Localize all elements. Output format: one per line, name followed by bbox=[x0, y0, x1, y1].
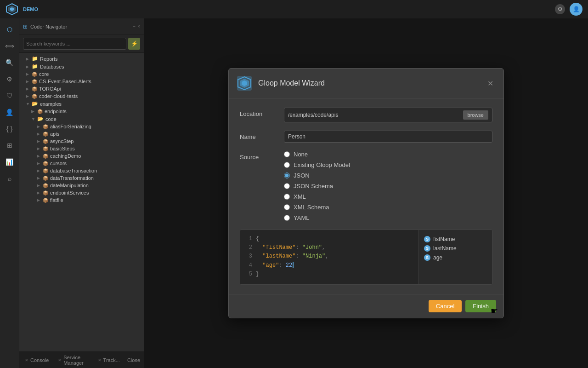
tracker-tab[interactable]: ✕ Track... bbox=[96, 356, 122, 364]
json-editor[interactable]: 1 { 2 "fistName": "John", 3 bbox=[240, 230, 418, 284]
service-manager-tab[interactable]: ✕ Service Manager bbox=[56, 354, 90, 367]
cancel-button[interactable]: Cancel bbox=[429, 300, 462, 312]
tree-item-endpointservices[interactable]: ▶ 📦 endpointServices bbox=[19, 189, 144, 196]
package-icon: 📦 bbox=[43, 190, 48, 196]
settings-icon[interactable]: ⚙ bbox=[555, 4, 565, 14]
finish-button[interactable]: Finish bbox=[465, 300, 496, 312]
tree-item-core[interactable]: ▶ 📦 core bbox=[19, 70, 144, 78]
tree-item-label: Reports bbox=[40, 56, 58, 62]
panel-close-btn[interactable]: × bbox=[137, 24, 140, 29]
radio-xml-schema[interactable]: XML Schema bbox=[284, 204, 492, 211]
json-line-1: 1 { bbox=[245, 235, 413, 243]
arrow-icon: ▼ bbox=[31, 117, 36, 121]
tree-item-datemanip[interactable]: ▶ 📦 dateManipulation bbox=[19, 182, 144, 189]
folder-open-icon: 📂 bbox=[37, 116, 44, 122]
tree-item-apis[interactable]: ▶ 📦 apis bbox=[19, 130, 144, 138]
radio-yaml[interactable]: YAML bbox=[284, 214, 492, 221]
tracker-close-icon[interactable]: ✕ bbox=[98, 358, 102, 362]
search-input[interactable] bbox=[23, 38, 126, 50]
console-tab[interactable]: ✕ Console bbox=[23, 356, 51, 364]
tree-item-label: TOROApi bbox=[39, 86, 61, 92]
tree-item-label: databaseTransaction bbox=[50, 168, 97, 173]
package-icon: 📦 bbox=[43, 154, 48, 159]
tree-item-flatfile[interactable]: ▶ 📦 flatfile bbox=[19, 196, 144, 204]
sidebar-icon-chart[interactable]: 📊 bbox=[2, 155, 17, 169]
radio-json[interactable]: JSON bbox=[284, 172, 492, 179]
tree-item-alias[interactable]: ▶ 📦 aliasForSerializing bbox=[19, 123, 144, 130]
arrow-icon: ▶ bbox=[37, 154, 41, 158]
tree-item-cursors[interactable]: ▶ 📦 cursors bbox=[19, 160, 144, 167]
tree-content: ▶ 📁 Reports ▶ 📁 Databases ▶ 📦 core ▶ 📦 bbox=[19, 53, 144, 351]
arrow-icon: ▶ bbox=[37, 139, 41, 144]
package-icon: 📦 bbox=[43, 161, 48, 166]
tree-item-reports[interactable]: ▶ 📁 Reports bbox=[19, 55, 144, 63]
tree-item-examples[interactable]: ▼ 📂 examples bbox=[19, 100, 144, 108]
tree-item-asyncstep[interactable]: ▶ 📦 asyncStep bbox=[19, 138, 144, 145]
top-bar-right: ⚙ 👤 bbox=[555, 3, 582, 16]
tree-item-toroapi[interactable]: ▶ 📦 TOROApi bbox=[19, 85, 144, 92]
tree-item-label: coder-cloud-tests bbox=[39, 93, 78, 99]
arrow-icon: ▶ bbox=[37, 168, 41, 173]
search-button[interactable]: ⚡ bbox=[128, 38, 140, 50]
browse-button[interactable]: browse bbox=[463, 110, 488, 120]
name-label: Name bbox=[240, 131, 277, 140]
bottom-close-btn[interactable]: Close bbox=[127, 357, 140, 363]
dialog-close-btn[interactable]: ✕ bbox=[485, 78, 496, 89]
console-close-icon[interactable]: ✕ bbox=[25, 358, 28, 362]
navigator-icon: ⊞ bbox=[23, 23, 28, 30]
source-control: None Existing Gloop Model JSON bbox=[284, 151, 492, 221]
sidebar-icon-nav[interactable]: ⟺ bbox=[2, 39, 17, 53]
tree-item-datatransform[interactable]: ▶ 📦 dataTransformation bbox=[19, 174, 144, 182]
tree-item-label: Databases bbox=[40, 64, 64, 69]
sidebar-icon-code[interactable]: { } bbox=[2, 121, 17, 136]
tree-item-cachingdemo[interactable]: ▶ 📦 cachingDemo bbox=[19, 152, 144, 160]
location-input-container: /examples/code/apis browse bbox=[284, 108, 492, 122]
sidebar-icon-grid[interactable]: ⊞ bbox=[2, 138, 17, 153]
field-type-icon: S bbox=[424, 245, 430, 252]
tree-item-dbtransaction[interactable]: ▶ 📦 databaseTransaction bbox=[19, 167, 144, 174]
dialog-title: Gloop Model Wizard bbox=[258, 79, 479, 87]
name-input[interactable] bbox=[284, 131, 492, 143]
tree-item-basicsteps[interactable]: ▶ 📦 basicSteps bbox=[19, 145, 144, 152]
package-icon: 📦 bbox=[43, 183, 48, 188]
arrow-icon: ▶ bbox=[26, 86, 30, 91]
radio-yaml-label: YAML bbox=[294, 214, 309, 221]
arrow-icon: ▶ bbox=[37, 132, 41, 136]
tree-item-coder-cloud[interactable]: ▶ 📦 coder-cloud-tests bbox=[19, 92, 144, 100]
package-icon: 📦 bbox=[43, 132, 48, 137]
app-title: DEMO bbox=[23, 6, 38, 12]
sidebar-icon-search[interactable]: 🔍 bbox=[2, 55, 17, 70]
package-icon: 📦 bbox=[32, 94, 37, 99]
radio-json-schema-label: JSON Schema bbox=[294, 183, 333, 190]
sidebar-icon-magnify[interactable]: ⌕ bbox=[2, 171, 17, 186]
radio-none[interactable]: None bbox=[284, 151, 492, 158]
field-name: fistName bbox=[433, 236, 455, 242]
tree-item-cs-event[interactable]: ▶ 📦 CS-Event-Based-Alerts bbox=[19, 78, 144, 85]
tree-item-endpoints[interactable]: ▶ 📦 endpoints bbox=[19, 108, 144, 115]
bottom-panel: ✕ Console ✕ Service Manager ✕ Track... C… bbox=[19, 351, 144, 368]
location-label: Location bbox=[240, 108, 277, 117]
radio-existing[interactable]: Existing Gloop Model bbox=[284, 161, 492, 168]
location-row: Location /examples/code/apis browse bbox=[240, 108, 492, 122]
sidebar-icon-settings[interactable]: ⚙ bbox=[2, 72, 17, 86]
tree-item-databases[interactable]: ▶ 📁 Databases bbox=[19, 63, 144, 70]
service-close-icon[interactable]: ✕ bbox=[58, 358, 62, 362]
tree-item-label: basicSteps bbox=[50, 146, 75, 151]
package-icon: 📦 bbox=[43, 176, 48, 181]
radio-json-schema[interactable]: JSON Schema bbox=[284, 183, 492, 190]
sidebar-icon-user[interactable]: 👤 bbox=[2, 105, 17, 120]
user-avatar[interactable]: 👤 bbox=[570, 3, 582, 16]
sidebar-icon-security[interactable]: 🛡 bbox=[2, 88, 17, 103]
name-control bbox=[284, 131, 492, 143]
app-branding: DEMO bbox=[6, 3, 38, 16]
arrow-icon: ▶ bbox=[31, 109, 36, 114]
sidebar-icon-home[interactable]: ⬡ bbox=[2, 22, 17, 37]
tree-item-code[interactable]: ▼ 📂 code bbox=[19, 115, 144, 123]
folder-icon: 📁 bbox=[32, 56, 38, 62]
arrow-icon: ▶ bbox=[26, 72, 30, 76]
radio-xml[interactable]: XML bbox=[284, 193, 492, 200]
json-line-5: 5 } bbox=[245, 270, 413, 279]
package-icon: 📦 bbox=[43, 198, 48, 203]
panel-minimize-btn[interactable]: − bbox=[133, 24, 136, 29]
top-bar: DEMO ⚙ 👤 bbox=[0, 0, 588, 18]
